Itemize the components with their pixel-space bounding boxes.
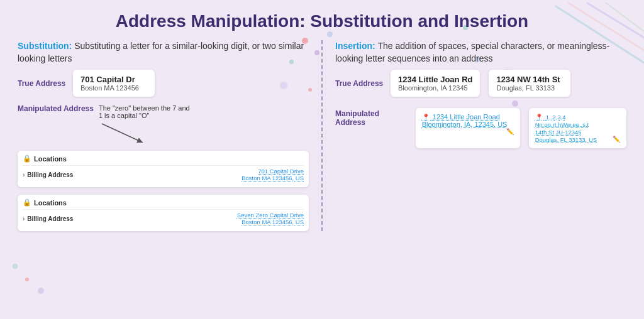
substitution-true-addr-line2: Boston MA 123456 — [80, 84, 147, 92]
manip1-edit-icon: ✏️ — [506, 128, 514, 135]
manip1-text-line2: Bloomington, IA, 12345, US — [422, 121, 508, 128]
manip2-pin-icon: 📍 — [535, 114, 543, 121]
widget2-billing-left: › Billing Address — [23, 215, 73, 222]
insertion-manip-card-1: 📍 1234 Little Joan Road Bloomington, IA,… — [416, 108, 520, 148]
insertion-manip-card-2: 📍 1,.2,3,4 Nn.oo.rt.hWw.ee,.s,t 14th St … — [529, 108, 626, 148]
annotation-arrow — [99, 121, 149, 146]
substitution-manip-label: Manipulated Address — [18, 104, 94, 113]
widget1-billing-left: › Billing Address — [23, 171, 73, 178]
widget2-addr-line1: Seven Zero Capital Drive — [237, 212, 304, 219]
widget2-billing-label: Billing Address — [27, 215, 73, 222]
widget2-lock-icon: 🔒 — [23, 198, 31, 207]
widget1-header-label: Locations — [34, 155, 67, 163]
widget1-billing-row: › Billing Address 701 Capital Drive Bost… — [23, 165, 304, 183]
insertion-manip-cards: 📍 1234 Little Joan Road Bloomington, IA,… — [416, 108, 626, 148]
insertion-keyword: Insertion: — [335, 41, 375, 51]
manip2-text-line2: 14th St JU-12345 — [535, 129, 582, 136]
widget1-chevron: › — [23, 171, 25, 178]
widget1-address-value: 701 Capital Drive Boston MA 123456, US — [242, 168, 304, 181]
location-widget-2: 🔒 Locations › Billing Address Seven Zero… — [18, 195, 309, 231]
manip2-text-line3: Douglas, FL 33133, US — [535, 136, 597, 143]
insertion-true-addr-card-2: 1234 NW 14th St Douglas, FL 33133 — [489, 70, 570, 97]
widget2-billing-row: › Billing Address Seven Zero Capital Dri… — [23, 209, 304, 227]
insertion-description: Insertion: The addition of spaces, speci… — [335, 40, 626, 65]
widget1-addr-line2: Boston MA 123456, US — [242, 175, 304, 181]
insertion-true-address-cards: 1234 Little Joan Rd Bloomington, IA 1234… — [391, 70, 570, 97]
substitution-keyword: Substitution: — [18, 41, 72, 51]
widget2-addr-line2: Boston MA 123456, US — [242, 219, 304, 225]
location-widget-1: 🔒 Locations › Billing Address 701 Capita… — [18, 151, 309, 187]
substitution-true-address-row: True Address 701 Capital Dr Boston MA 12… — [18, 70, 309, 97]
insertion-addr1-line2: Bloomington, IA 12345 — [398, 84, 472, 92]
manip1-text-line1: 1234 Little Joan Road — [433, 113, 500, 121]
widget1-header: 🔒 Locations — [23, 154, 304, 163]
widget1-addr-line1: 701 Capital Drive — [258, 168, 304, 175]
insertion-true-label: True Address — [335, 79, 386, 88]
insertion-true-address-row: True Address 1234 Little Joan Rd Bloomin… — [335, 70, 626, 97]
manip2-text-line1: 1,.2,3,4 Nn.oo.rt.hWw.ee,.s,t — [535, 114, 589, 128]
substitution-true-addr-line1: 701 Capital Dr — [80, 75, 147, 84]
substitution-manipulated-section: Manipulated Address The "zero" between t… — [18, 104, 309, 148]
substitution-widgets: 🔒 Locations › Billing Address 701 Capita… — [18, 148, 309, 231]
substitution-manip-label-wrapper: Manipulated Address — [18, 104, 94, 113]
widget1-billing-label: Billing Address — [27, 171, 73, 178]
insertion-true-addr-card-1: 1234 Little Joan Rd Bloomington, IA 1234… — [391, 70, 480, 97]
substitution-annotation: The "zero" between the 7 and 1 is a capi… — [99, 104, 193, 119]
substitution-true-address-card: 701 Capital Dr Boston MA 123456 — [73, 70, 155, 97]
svg-line-4 — [102, 124, 143, 143]
two-column-layout: Substitution: Substituting a letter for … — [18, 40, 626, 231]
manip1-pin-icon: 📍 — [422, 114, 430, 121]
insertion-addr1-line1: 1234 Little Joan Rd — [398, 75, 472, 84]
widget2-header: 🔒 Locations — [23, 198, 304, 207]
widget2-header-label: Locations — [34, 199, 67, 207]
annotation-area: The "zero" between the 7 and 1 is a capi… — [99, 104, 309, 148]
substitution-true-label: True Address — [18, 79, 68, 88]
insertion-addr2-line1: 1234 NW 14th St — [496, 75, 563, 84]
widget1-lock-icon: 🔒 — [23, 154, 31, 163]
insertion-section: Insertion: The addition of spaces, speci… — [323, 40, 626, 231]
insertion-addr2-line2: Douglas, FL 33133 — [496, 84, 563, 92]
insertion-manipulated-row: Manipulated Address 📍 1234 Little Joan R… — [335, 108, 626, 148]
page-title: Address Manipulation: Substitution and I… — [18, 11, 626, 31]
page-container: Address Manipulation: Substitution and I… — [0, 0, 644, 242]
manip2-edit-icon: ✏️ — [613, 136, 620, 143]
widget2-chevron: › — [23, 215, 25, 222]
insertion-text: The addition of spaces, special characte… — [335, 41, 609, 63]
widget2-address-value: Seven Zero Capital Drive Boston MA 12345… — [237, 212, 304, 225]
substitution-section: Substitution: Substituting a letter for … — [18, 40, 323, 231]
insertion-manip-label: Manipulated Address — [335, 108, 411, 127]
substitution-description: Substitution: Substituting a letter for … — [18, 40, 309, 65]
